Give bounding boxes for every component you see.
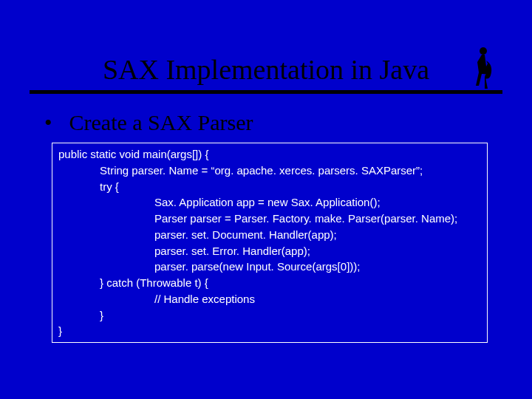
code-line: Parser parser = Parser. Factory. make. P… bbox=[58, 211, 481, 227]
svg-point-0 bbox=[480, 47, 487, 55]
code-line: // Handle exceptions bbox=[58, 291, 481, 307]
code-line: public static void main(args[]) { bbox=[58, 146, 481, 163]
code-line: parser. set. Error. Handler(app); bbox=[58, 243, 481, 259]
code-line: parser. set. Document. Handler(app); bbox=[58, 227, 481, 243]
slide-title: SAX Implementation in Java bbox=[103, 53, 429, 90]
code-line: parser. parse(new Input. Source(args[0])… bbox=[58, 259, 481, 275]
code-line: String parser. Name = “org. apache. xerc… bbox=[58, 163, 481, 179]
code-line: } bbox=[58, 323, 481, 339]
bullet-text: Create a SAX Parser bbox=[69, 110, 253, 134]
code-line: } catch (Throwable t) { bbox=[58, 275, 481, 291]
code-line: Sax. Application app = new Sax. Applicat… bbox=[58, 194, 481, 211]
code-line: } bbox=[58, 307, 481, 324]
title-area: SAX Implementation in Java bbox=[0, 0, 532, 94]
title-underline bbox=[30, 90, 502, 94]
saxophonist-icon bbox=[471, 46, 495, 90]
bullet-marker: • bbox=[44, 110, 64, 135]
content-area: • Create a SAX Parser public static void… bbox=[0, 94, 532, 343]
code-box: public static void main(args[]) { String… bbox=[52, 143, 488, 343]
code-line: try { bbox=[58, 179, 481, 195]
bullet-item: • Create a SAX Parser bbox=[44, 110, 495, 135]
